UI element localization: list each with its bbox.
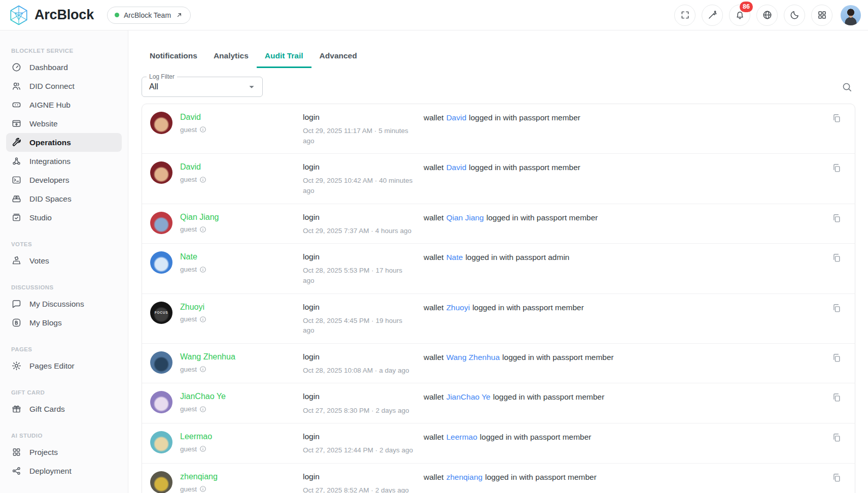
fullscreen-button[interactable] bbox=[674, 5, 696, 26]
fullscreen-icon bbox=[680, 10, 690, 20]
sidebar-item-did-spaces[interactable]: DID Spaces bbox=[6, 189, 122, 208]
user-name-link[interactable]: David bbox=[180, 162, 303, 173]
info-icon[interactable] bbox=[199, 445, 206, 452]
tab-advanced[interactable]: Advanced bbox=[311, 46, 365, 68]
user-name-link[interactable]: David bbox=[180, 112, 303, 123]
sidebar-item-label: Integrations bbox=[29, 157, 71, 166]
event-description: walletWang Zhenhualogged in with passpor… bbox=[424, 351, 823, 363]
event-type: login bbox=[303, 252, 414, 262]
copy-icon bbox=[831, 392, 842, 403]
user-name-link[interactable]: Leermao bbox=[180, 432, 303, 442]
team-badge[interactable]: ArcBlock Team bbox=[107, 7, 191, 24]
tab-notifications[interactable]: Notifications bbox=[142, 46, 205, 68]
info-icon[interactable] bbox=[199, 226, 206, 233]
sidebar-item-gift-cards[interactable]: Gift Cards bbox=[6, 400, 122, 418]
tab-audit-trail[interactable]: Audit Trail bbox=[257, 46, 311, 68]
info-icon[interactable] bbox=[199, 406, 206, 413]
wallet-user-link[interactable]: Nate bbox=[446, 253, 463, 261]
wallet-user-link[interactable]: David bbox=[446, 163, 467, 172]
moon-button[interactable] bbox=[784, 5, 805, 26]
sidebar-item-label: DID Connect bbox=[29, 82, 75, 91]
sidebar-item-label: Website bbox=[29, 119, 58, 128]
sidebar-item-votes[interactable]: Votes bbox=[6, 251, 122, 270]
dot-separator: · bbox=[371, 486, 373, 493]
sidebar-item-label: Projects bbox=[29, 448, 58, 457]
search-button[interactable] bbox=[839, 79, 854, 94]
user-name-link[interactable]: JianChao Ye bbox=[180, 391, 303, 402]
copy-log-button[interactable] bbox=[830, 391, 843, 404]
sidebar-item-label: Dashboard bbox=[29, 63, 68, 72]
info-icon[interactable] bbox=[199, 366, 206, 373]
copy-log-button[interactable] bbox=[830, 162, 843, 174]
copy-icon bbox=[831, 433, 842, 443]
user-role-label: guest bbox=[180, 445, 197, 453]
globe-button[interactable] bbox=[756, 5, 778, 26]
copy-log-button[interactable] bbox=[830, 302, 843, 314]
event-time: Oct 27, 2025 8:52 AM · 2 days ago bbox=[303, 485, 414, 493]
main-content: Notifications Analytics Audit Trail Adva… bbox=[128, 30, 868, 493]
user-name-link[interactable]: zhenqiang bbox=[180, 472, 303, 482]
info-icon[interactable] bbox=[199, 126, 206, 133]
info-icon[interactable] bbox=[199, 266, 206, 273]
log-filter-select[interactable]: Log Filter All bbox=[142, 77, 263, 97]
sidebar-item-integrations[interactable]: Integrations bbox=[6, 152, 122, 171]
sidebar-item-studio[interactable]: Studio bbox=[6, 208, 122, 227]
sidebar-item-did-connect[interactable]: DID Connect bbox=[6, 77, 122, 95]
sidebar-item-label: AIGNE Hub bbox=[29, 101, 71, 110]
event-time: Oct 28, 2025 4:45 PM · 19 hours ago bbox=[303, 316, 414, 336]
wallet-user-link[interactable]: JianChao Ye bbox=[446, 392, 491, 401]
avatar bbox=[150, 251, 172, 274]
integrations-icon bbox=[11, 156, 22, 167]
sidebar-section-label: AI STUDIO bbox=[6, 433, 122, 439]
dot-separator: · bbox=[371, 227, 373, 235]
wallet-user-link[interactable]: Zhuoyi bbox=[446, 303, 470, 312]
bell-button[interactable]: 86 bbox=[729, 5, 750, 26]
sidebar-item-label: Deployment bbox=[29, 467, 72, 476]
user-name-link[interactable]: Nate bbox=[180, 252, 303, 262]
apps-grid-button[interactable] bbox=[811, 5, 832, 26]
sidebar-item-label: My Blogs bbox=[29, 318, 62, 327]
info-icon[interactable] bbox=[199, 485, 206, 492]
sidebar-item-operations[interactable]: Operations bbox=[6, 133, 122, 152]
sidebar-item-projects[interactable]: Projects bbox=[6, 443, 122, 462]
sidebar-item-developers[interactable]: Developers bbox=[6, 171, 122, 189]
tab-analytics[interactable]: Analytics bbox=[205, 46, 257, 68]
copy-log-button[interactable] bbox=[830, 212, 843, 224]
sidebar-item-website[interactable]: Website bbox=[6, 114, 122, 133]
sidebar-item-pages-editor[interactable]: Pages Editor bbox=[6, 356, 122, 375]
sidebar-section-label: GIFT CARD bbox=[6, 389, 122, 396]
sidebar-item-my-blogs[interactable]: My Blogs bbox=[6, 313, 122, 332]
user-name-link[interactable]: Zhuoyi bbox=[180, 302, 303, 313]
user-role-label: guest bbox=[180, 176, 197, 183]
user-avatar[interactable] bbox=[841, 5, 861, 25]
event-description: walletDavidlogged in with passport membe… bbox=[424, 161, 823, 173]
sidebar-item-dashboard[interactable]: Dashboard bbox=[6, 58, 122, 77]
copy-log-button[interactable] bbox=[830, 252, 843, 264]
sidebar-item-my-discussions[interactable]: My Discussions bbox=[6, 294, 122, 313]
globe-icon bbox=[762, 10, 773, 20]
audit-row: David guest login Oct 29, 2025 11:17 AM … bbox=[142, 104, 855, 154]
sidebar-item-deployment[interactable]: Deployment bbox=[6, 462, 122, 480]
wallet-user-link[interactable]: David bbox=[446, 113, 467, 122]
copy-log-button[interactable] bbox=[830, 432, 843, 444]
copy-icon bbox=[831, 113, 842, 123]
copy-log-button[interactable] bbox=[830, 112, 843, 124]
audit-log-list: David guest login Oct 29, 2025 11:17 AM … bbox=[142, 104, 855, 493]
copy-log-button[interactable] bbox=[830, 472, 843, 484]
event-type: login bbox=[303, 472, 414, 482]
wallet-user-link[interactable]: Leermao bbox=[446, 433, 477, 441]
wallet-user-link[interactable]: Wang Zhenhua bbox=[446, 353, 500, 361]
event-description: walletzhenqianglogged in with passport m… bbox=[424, 471, 823, 483]
sidebar-section: VOTES Votes bbox=[6, 241, 122, 270]
sidebar-item-aigne-hub[interactable]: AIGNE Hub bbox=[6, 95, 122, 114]
info-icon[interactable] bbox=[199, 316, 206, 323]
user-name-link[interactable]: Wang Zhenhua bbox=[180, 352, 303, 363]
info-icon[interactable] bbox=[199, 176, 206, 183]
wallet-user-link[interactable]: zhenqiang bbox=[446, 473, 483, 481]
magic-wand-icon bbox=[707, 10, 718, 20]
wallet-user-link[interactable]: Qian Jiang bbox=[446, 213, 484, 222]
copy-log-button[interactable] bbox=[830, 352, 843, 364]
magic-wand-button[interactable] bbox=[702, 5, 723, 26]
user-name-link[interactable]: Qian Jiang bbox=[180, 212, 303, 223]
user-role-label: guest bbox=[180, 366, 197, 373]
